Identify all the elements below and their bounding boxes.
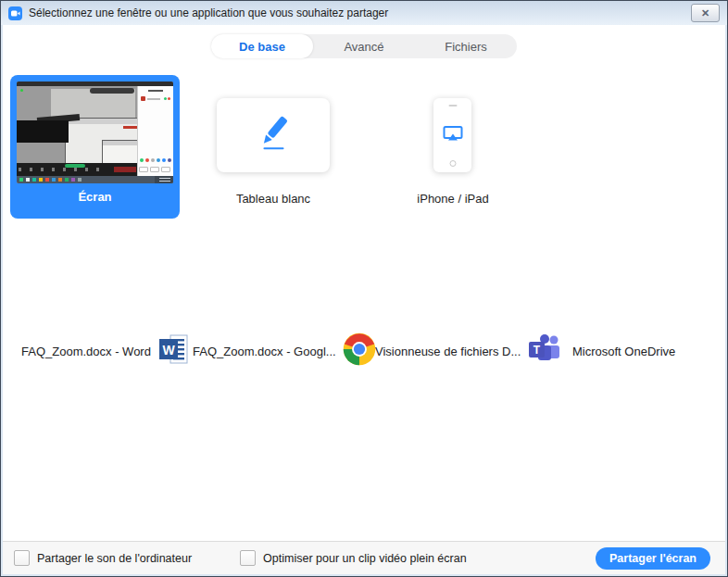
app-item-chrome[interactable]: FAQ_Zoom.docx - Googl... xyxy=(193,332,376,370)
tile-iphone-label: iPhone / iPad xyxy=(397,192,508,206)
airplay-icon xyxy=(443,126,463,145)
titlebar: Sélectionnez une fenêtre ou une applicat… xyxy=(1,1,727,25)
app-item-label: Visionneuse de fichiers D... xyxy=(375,345,521,358)
chrome-icon xyxy=(343,332,376,370)
share-screen-button[interactable]: Partager l'écran xyxy=(596,547,710,570)
close-button[interactable]: ✕ xyxy=(691,4,720,22)
zoom-camera-icon xyxy=(8,6,22,20)
tile-whiteboard[interactable] xyxy=(217,98,330,172)
app-item-teams[interactable]: Visionneuse de fichiers D... T xyxy=(375,332,562,370)
thumb-monitor-shape xyxy=(17,120,69,143)
tab-de-base[interactable]: De base xyxy=(211,34,313,58)
phone-home-button xyxy=(449,160,456,167)
thumb-window-2 xyxy=(102,140,138,163)
tile-screen-share[interactable]: Écran xyxy=(10,75,180,219)
tabstrip: De base Avancé Fichiers xyxy=(211,34,517,58)
close-icon: ✕ xyxy=(701,7,709,19)
thumb-zoom-toolbar xyxy=(17,163,138,176)
thumb-camera-view xyxy=(17,86,138,163)
thumb-taskbar xyxy=(17,176,173,183)
tile-whiteboard-label: Tableau blanc xyxy=(217,192,330,206)
tile-screen-label: Écran xyxy=(10,190,180,204)
app-item-label: FAQ_Zoom.docx - Word xyxy=(21,345,151,358)
thumb-hide-bar-pill xyxy=(90,88,134,94)
word-icon: W xyxy=(157,332,191,370)
optimize-video-label: Optimiser pour un clip vidéo plein écran xyxy=(263,552,467,565)
tile-iphone-ipad[interactable] xyxy=(433,98,471,172)
footer-bar: Partager le son de l'ordinateur Optimise… xyxy=(3,541,725,574)
app-item-word[interactable]: FAQ_Zoom.docx - Word W xyxy=(21,332,191,370)
dialog-title: Sélectionnez une fenêtre ou une applicat… xyxy=(29,6,388,19)
share-sound-checkbox[interactable] xyxy=(14,550,30,566)
thumb-rec-dot xyxy=(20,89,23,92)
phone-speaker-slot xyxy=(448,105,457,107)
share-sound-option: Partager le son de l'ordinateur xyxy=(14,550,192,566)
thumb-panel-buttons xyxy=(139,167,172,173)
tab-avance[interactable]: Avancé xyxy=(313,34,415,58)
pencil-icon xyxy=(252,112,295,158)
app-item-label: Microsoft OneDrive xyxy=(572,345,675,358)
thumb-participants-panel xyxy=(137,86,173,176)
app-item-label: FAQ_Zoom.docx - Googl... xyxy=(193,345,336,358)
app-item-onedrive[interactable]: Microsoft OneDrive xyxy=(572,332,675,370)
share-sound-label: Partager le son de l'ordinateur xyxy=(37,552,192,565)
teams-icon: T xyxy=(527,333,562,369)
optimize-video-option: Optimiser pour un clip vidéo plein écran xyxy=(240,550,467,566)
screen-preview-thumbnail xyxy=(17,82,173,183)
optimize-video-checkbox[interactable] xyxy=(240,550,256,566)
tab-fichiers[interactable]: Fichiers xyxy=(415,34,517,58)
thumb-reaction-dots xyxy=(138,158,173,163)
svg-text:W: W xyxy=(162,343,175,357)
svg-text:T: T xyxy=(533,344,541,357)
share-dialog-window: Sélectionnez une fenêtre ou une applicat… xyxy=(0,0,728,577)
